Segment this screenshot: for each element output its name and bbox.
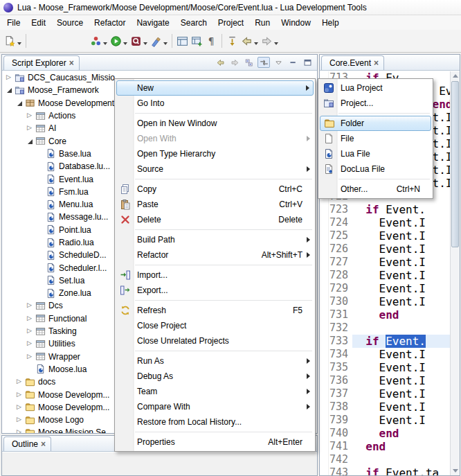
editor-scrollbar[interactable] <box>450 71 460 475</box>
expander-spacer <box>36 225 45 235</box>
menubar-item-window[interactable]: Window <box>275 16 316 30</box>
dropdown-caret-icon[interactable] <box>103 42 107 45</box>
show-whitespace-icon: ¶ <box>206 35 217 47</box>
back-button[interactable] <box>214 57 226 68</box>
close-icon[interactable] <box>69 58 74 68</box>
maximize-button[interactable] <box>301 57 314 68</box>
new-submenu-item-lua-file[interactable]: Lua File <box>320 146 431 161</box>
context-menu-item-source[interactable]: Source <box>116 161 314 177</box>
menubar-item-refactor[interactable]: Refactor <box>89 16 131 30</box>
context-menu-item-properties[interactable]: PropertiesAlt+Enter <box>116 434 314 450</box>
tab-script-explorer[interactable]: Script Explorer <box>3 55 80 70</box>
context-menu-item-new[interactable]: New <box>116 80 314 96</box>
expander-collapsed-icon[interactable] <box>15 415 24 425</box>
dropdown-caret-icon[interactable] <box>254 42 258 45</box>
expander-collapsed-icon[interactable] <box>15 390 24 400</box>
context-menu-item-delete[interactable]: DeleteDelete <box>116 212 314 227</box>
context-menu-item-build-path[interactable]: Build Path <box>116 232 314 247</box>
context-menu-item-close-project[interactable]: Close Project <box>116 318 314 333</box>
context-menu-item-open-in-new-window[interactable]: Open in New Window <box>116 116 314 131</box>
show-whitespace-button[interactable]: ¶ <box>204 33 219 49</box>
new-submenu-item-doclua-file[interactable]: DocLua File <box>320 161 431 177</box>
show-view-button[interactable] <box>190 33 204 49</box>
code-text: Event.I <box>352 414 426 427</box>
link-with-editor-button[interactable] <box>257 57 270 68</box>
context-menu-item-close-unrelated-projects[interactable]: Close Unrelated Projects <box>116 333 314 349</box>
new-submenu-item-other[interactable]: Other...Ctrl+N <box>320 182 431 197</box>
expander-collapsed-icon[interactable] <box>15 427 24 433</box>
close-icon[interactable] <box>41 439 46 449</box>
code-text: if <box>365 203 379 216</box>
context-menu-item-import[interactable]: Import... <box>116 267 314 283</box>
context-menu-item-compare-with[interactable]: Compare With <box>116 399 314 414</box>
dropdown-caret-icon[interactable] <box>17 42 21 45</box>
coverage-button[interactable] <box>129 33 149 49</box>
open-perspective-button[interactable] <box>175 33 190 49</box>
context-menu-item-restore-from-local-history[interactable]: Restore from Local History... <box>116 414 314 430</box>
expander-expanded-icon[interactable] <box>15 98 24 108</box>
context-menu-item-team[interactable]: Team <box>116 384 314 399</box>
expander-collapsed-icon[interactable] <box>26 111 35 121</box>
new-submenu-item-project[interactable]: Project... <box>320 96 431 111</box>
context-menu-item-debug-as[interactable]: Debug As <box>116 369 314 384</box>
new-submenu-item-file[interactable]: File <box>320 131 431 146</box>
forward-button[interactable] <box>228 57 241 68</box>
menubar-item-source[interactable]: Source <box>51 16 89 30</box>
scroll-up-button[interactable] <box>451 71 460 80</box>
dropdown-caret-icon[interactable] <box>163 42 168 45</box>
expander-collapsed-icon[interactable] <box>15 403 24 412</box>
last-edit-location-icon <box>226 35 238 47</box>
expander-expanded-icon[interactable] <box>5 85 14 95</box>
context-menu-item-copy[interactable]: CopyCtrl+C <box>116 182 314 197</box>
tab-core-event[interactable]: Core.Event <box>321 55 384 70</box>
context-menu-item-refresh[interactable]: RefreshF5 <box>116 303 314 318</box>
expander-collapsed-icon[interactable] <box>26 352 35 362</box>
view-menu-button[interactable] <box>272 57 284 68</box>
code-line: Event.I <box>352 243 450 256</box>
expander-collapsed-icon[interactable] <box>26 339 35 349</box>
run-button[interactable] <box>109 33 129 49</box>
context-menu-item-refactor[interactable]: RefactorAlt+Shift+T <box>116 247 314 263</box>
expander-collapsed-icon[interactable] <box>5 73 14 82</box>
tree-item-label: Event.lua <box>59 175 93 184</box>
scrollbar-thumb[interactable] <box>451 81 459 247</box>
expander-spacer <box>36 276 45 285</box>
context-menu-item-open-type-hierarchy[interactable]: Open Type Hierarchy <box>116 146 314 161</box>
context-menu-item-open-with[interactable]: Open With <box>116 131 314 146</box>
new-wizard-button[interactable] <box>3 33 23 49</box>
menubar-item-run[interactable]: Run <box>249 16 275 30</box>
expander-collapsed-icon[interactable] <box>26 326 35 336</box>
expander-expanded-icon[interactable] <box>26 136 35 146</box>
context-menu-item-paste[interactable]: PasteCtrl+V <box>116 197 314 212</box>
menubar-item-search[interactable]: Search <box>175 16 213 30</box>
expander-collapsed-icon[interactable] <box>15 377 24 387</box>
expander-collapsed-icon[interactable] <box>26 301 35 310</box>
context-menu-item-run-as[interactable]: Run As <box>116 353 314 369</box>
expander-collapsed-icon[interactable] <box>26 314 35 324</box>
collapse-all-button[interactable] <box>243 57 255 68</box>
menubar-item-navigate[interactable]: Navigate <box>131 16 174 30</box>
forward-button[interactable] <box>260 33 280 49</box>
tab-outline[interactable]: Outline <box>3 437 51 451</box>
tree-item-label: Functional <box>48 314 87 324</box>
dropdown-caret-icon[interactable] <box>274 42 278 45</box>
menubar-item-help[interactable]: Help <box>316 16 345 30</box>
expander-collapsed-icon[interactable] <box>26 123 35 133</box>
context-menu-item-go-into[interactable]: Go Into <box>116 96 314 111</box>
scroll-down-button[interactable] <box>451 466 460 475</box>
new-submenu-item-folder[interactable]: Folder <box>320 116 431 131</box>
back-button[interactable] <box>239 33 260 49</box>
new-submenu-item-lua-project[interactable]: Lua Project <box>320 80 431 96</box>
close-icon[interactable] <box>374 58 379 68</box>
toolbar-separator <box>26 34 26 48</box>
external-tools-button[interactable] <box>89 33 109 49</box>
context-menu-item-export[interactable]: Export... <box>116 283 314 298</box>
menubar-item-edit[interactable]: Edit <box>26 16 51 30</box>
menubar-item-file[interactable]: File <box>1 16 26 30</box>
last-edit-location-button[interactable] <box>225 33 239 49</box>
menubar-item-project[interactable]: Project <box>213 16 249 30</box>
minimize-button[interactable] <box>287 57 299 68</box>
dropdown-caret-icon[interactable] <box>123 42 127 45</box>
format-button[interactable] <box>149 33 169 49</box>
dropdown-caret-icon[interactable] <box>143 42 147 45</box>
